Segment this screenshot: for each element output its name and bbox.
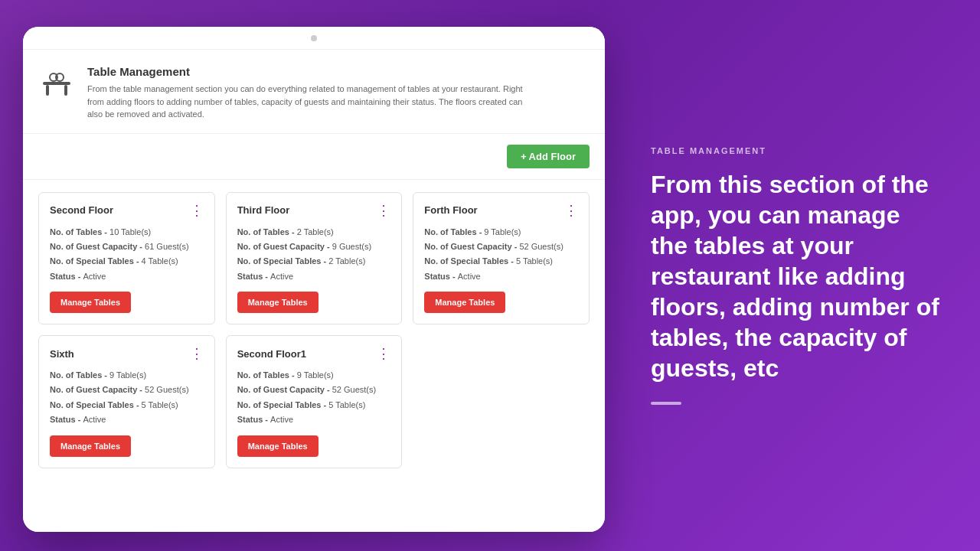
manage-tables-button[interactable]: Manage Tables xyxy=(50,292,131,313)
floor-card-header: Third Floor ⋮ xyxy=(237,204,391,217)
manage-tables-button[interactable]: Manage Tables xyxy=(424,292,505,313)
add-floor-button[interactable]: + Add Floor xyxy=(507,145,590,168)
floor-status: Status - Active xyxy=(424,271,578,282)
svg-rect-1 xyxy=(46,85,49,96)
floor-info: No. of Tables - 10 Table(s) No. of Guest… xyxy=(50,227,204,283)
main-description: From this section of the app, you can ma… xyxy=(651,169,942,383)
floor-guests: No. of Guest Capacity - 52 Guest(s) xyxy=(237,384,391,396)
table-management-icon xyxy=(38,68,75,105)
add-floor-area: + Add Floor xyxy=(23,134,605,180)
header-text: Table Management From the table manageme… xyxy=(87,65,531,121)
floor-status: Status - Active xyxy=(50,271,204,282)
app-window-container: Table Management From the table manageme… xyxy=(0,0,628,551)
floor-guests: No. of Guest Capacity - 52 Guest(s) xyxy=(424,241,578,253)
floor-info: No. of Tables - 9 Table(s) No. of Guest … xyxy=(424,227,578,283)
manage-tables-button[interactable]: Manage Tables xyxy=(50,435,131,457)
floor-info: No. of Tables - 9 Table(s) No. of Guest … xyxy=(50,370,204,426)
manage-tables-button[interactable]: Manage Tables xyxy=(237,292,318,313)
floor-menu-icon[interactable]: ⋮ xyxy=(377,204,390,217)
svg-rect-0 xyxy=(43,82,70,85)
floor-tables: No. of Tables - 9 Table(s) xyxy=(237,370,391,381)
floor-status: Status - Active xyxy=(237,414,391,425)
floor-status: Status - Active xyxy=(50,414,204,425)
floor-name: Forth Floor xyxy=(424,204,477,216)
floor-card-header: Sixth ⋮ xyxy=(50,347,204,360)
floor-name: Second Floor xyxy=(50,204,113,216)
header-section: Table Management From the table manageme… xyxy=(23,50,605,134)
floor-guests: No. of Guest Capacity - 9 Guest(s) xyxy=(237,241,391,253)
floor-menu-icon[interactable]: ⋮ xyxy=(190,204,204,217)
manage-tables-button[interactable]: Manage Tables xyxy=(237,435,318,457)
window-dot xyxy=(311,35,317,41)
floor-guests: No. of Guest Capacity - 52 Guest(s) xyxy=(50,384,204,396)
floor-card: Third Floor ⋮ No. of Tables - 2 Table(s)… xyxy=(226,192,403,325)
floor-special-tables: No. of Special Tables - 2 Table(s) xyxy=(237,256,391,267)
floor-menu-icon[interactable]: ⋮ xyxy=(377,347,390,360)
floor-special-tables: No. of Special Tables - 5 Table(s) xyxy=(424,256,578,267)
window-content: Table Management From the table manageme… xyxy=(23,50,605,532)
floor-name: Sixth xyxy=(50,348,74,360)
floor-card: Forth Floor ⋮ No. of Tables - 9 Table(s)… xyxy=(413,192,590,325)
floor-card: Second Floor1 ⋮ No. of Tables - 9 Table(… xyxy=(226,335,403,468)
page-title: Table Management xyxy=(87,65,531,78)
floor-menu-icon[interactable]: ⋮ xyxy=(564,204,578,217)
floor-info: No. of Tables - 2 Table(s) No. of Guest … xyxy=(237,227,391,283)
divider xyxy=(651,402,681,405)
floor-tables: No. of Tables - 2 Table(s) xyxy=(237,227,391,238)
floor-card-header: Second Floor1 ⋮ xyxy=(237,347,391,360)
floor-special-tables: No. of Special Tables - 5 Table(s) xyxy=(50,399,204,411)
floors-grid: Second Floor ⋮ No. of Tables - 10 Table(… xyxy=(23,180,605,484)
page-description: From the table management section you ca… xyxy=(87,83,531,121)
window-topbar xyxy=(23,27,605,50)
floor-card: Sixth ⋮ No. of Tables - 9 Table(s) No. o… xyxy=(38,335,215,468)
floor-special-tables: No. of Special Tables - 4 Table(s) xyxy=(50,256,204,267)
floor-status: Status - Active xyxy=(237,271,391,282)
section-label: TABLE MANAGEMENT xyxy=(651,146,942,155)
svg-rect-2 xyxy=(64,85,67,96)
floor-tables: No. of Tables - 9 Table(s) xyxy=(50,370,204,381)
right-panel: TABLE MANAGEMENT From this section of th… xyxy=(628,0,980,551)
floor-menu-icon[interactable]: ⋮ xyxy=(190,347,204,360)
floor-tables: No. of Tables - 9 Table(s) xyxy=(424,227,578,238)
floor-card: Second Floor ⋮ No. of Tables - 10 Table(… xyxy=(38,192,215,325)
floor-card-header: Forth Floor ⋮ xyxy=(424,204,578,217)
app-window: Table Management From the table manageme… xyxy=(23,27,605,532)
floor-tables: No. of Tables - 10 Table(s) xyxy=(50,227,204,238)
floor-name: Second Floor1 xyxy=(237,348,306,360)
floor-name: Third Floor xyxy=(237,204,290,216)
floor-special-tables: No. of Special Tables - 5 Table(s) xyxy=(237,399,391,411)
floor-guests: No. of Guest Capacity - 61 Guest(s) xyxy=(50,241,204,253)
floor-info: No. of Tables - 9 Table(s) No. of Guest … xyxy=(237,370,391,426)
floor-card-header: Second Floor ⋮ xyxy=(50,204,204,217)
